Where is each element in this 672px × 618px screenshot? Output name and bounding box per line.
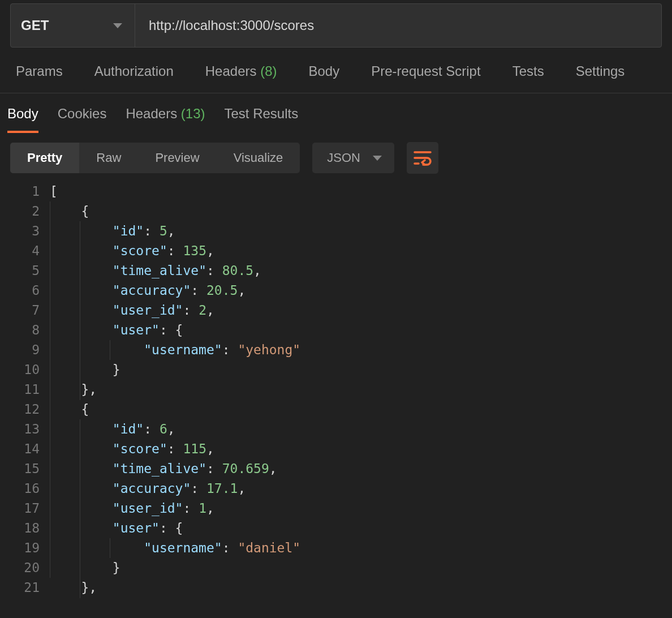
tab-settings[interactable]: Settings bbox=[576, 61, 625, 81]
tab-prerequest[interactable]: Pre-request Script bbox=[371, 61, 480, 81]
response-tab-testresults[interactable]: Test Results bbox=[225, 102, 299, 133]
chevron-down-icon bbox=[373, 156, 382, 161]
tab-headers-count: (8) bbox=[260, 63, 277, 79]
view-mode-group: Pretty Raw Preview Visualize bbox=[10, 143, 300, 173]
tab-tests[interactable]: Tests bbox=[512, 61, 544, 81]
http-method-select[interactable]: GET bbox=[11, 4, 135, 47]
view-preview[interactable]: Preview bbox=[138, 143, 216, 173]
request-tabs: Params Authorization Headers (8) Body Pr… bbox=[0, 48, 672, 93]
response-tab-cookies[interactable]: Cookies bbox=[58, 102, 107, 133]
format-select[interactable]: JSON bbox=[312, 143, 394, 173]
line-gutter: 123456789101112131415161718192021 bbox=[10, 182, 50, 598]
tab-headers-label: Headers bbox=[205, 63, 257, 79]
format-value: JSON bbox=[327, 151, 360, 165]
wrap-icon bbox=[413, 150, 432, 166]
response-tab-headers-count: (13) bbox=[181, 106, 205, 121]
response-body[interactable]: 123456789101112131415161718192021 [ { "i… bbox=[0, 181, 672, 598]
tab-authorization[interactable]: Authorization bbox=[94, 61, 174, 81]
url-input[interactable]: http://localhost:3000/scores bbox=[135, 4, 661, 47]
chevron-down-icon bbox=[113, 23, 122, 28]
response-tab-headers[interactable]: Headers (13) bbox=[126, 102, 205, 133]
view-pretty[interactable]: Pretty bbox=[10, 143, 79, 173]
wrap-lines-button[interactable] bbox=[407, 142, 438, 174]
view-visualize[interactable]: Visualize bbox=[217, 143, 300, 173]
response-tab-body[interactable]: Body bbox=[7, 102, 38, 133]
tab-body[interactable]: Body bbox=[309, 61, 340, 81]
view-raw[interactable]: Raw bbox=[79, 143, 138, 173]
response-tab-headers-label: Headers bbox=[126, 106, 177, 121]
code-content: [ { "id": 5, "score": 135, "time_alive":… bbox=[50, 182, 300, 598]
http-method-value: GET bbox=[21, 18, 49, 33]
tab-params[interactable]: Params bbox=[16, 61, 63, 81]
response-tabs: Body Cookies Headers (13) Test Results bbox=[0, 93, 672, 133]
tab-headers[interactable]: Headers (8) bbox=[205, 61, 277, 81]
